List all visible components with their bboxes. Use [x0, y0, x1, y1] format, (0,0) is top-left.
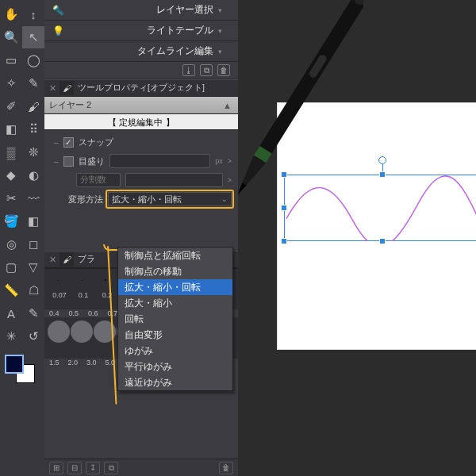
- tool-deco[interactable]: ❊: [22, 141, 44, 163]
- tool-move[interactable]: ↕: [22, 3, 44, 25]
- tool-wand[interactable]: ✧: [0, 72, 22, 94]
- tool-mix[interactable]: ◐: [22, 164, 44, 186]
- transform-method-label: 変形方法: [54, 194, 103, 205]
- tool-text[interactable]: A: [0, 302, 22, 324]
- snap-label: スナップ: [79, 136, 113, 148]
- tool-hand[interactable]: ✋: [0, 3, 22, 25]
- brush-preset[interactable]: [48, 321, 70, 343]
- close-icon[interactable]: ✕: [49, 83, 56, 93]
- tool-grad[interactable]: ◧: [22, 210, 44, 232]
- canvas-area[interactable]: [238, 0, 476, 476]
- transform-option[interactable]: 遠近ゆがみ: [118, 374, 232, 390]
- tool-frame[interactable]: ▢: [0, 256, 22, 278]
- tool-brush[interactable]: 🖌: [22, 95, 44, 117]
- ruler-mode-label: 【 定規編集中 】: [44, 114, 238, 130]
- rotation-handle[interactable]: [378, 156, 386, 164]
- tool-shape[interactable]: ◻: [22, 233, 44, 255]
- transform-option[interactable]: 拡大・縮小: [118, 295, 232, 311]
- tool-knife[interactable]: ✂: [0, 187, 22, 209]
- footer-btn[interactable]: ⊟: [67, 462, 82, 474]
- tool-blend[interactable]: ▒: [0, 141, 22, 163]
- tool-contour[interactable]: ◎: [0, 233, 22, 255]
- trash-icon[interactable]: 🗑: [217, 64, 230, 76]
- tool-marquee[interactable]: ▭: [0, 49, 22, 71]
- snap-checkbox[interactable]: ✓: [63, 137, 74, 148]
- trash-icon[interactable]: 🗑: [219, 462, 233, 474]
- color-swatches[interactable]: [0, 355, 44, 386]
- tool-air[interactable]: ⠿: [22, 118, 44, 140]
- scale-value-field[interactable]: [109, 154, 210, 168]
- footer-btn[interactable]: ⧉: [104, 462, 118, 474]
- tool-pencil[interactable]: ✐: [0, 95, 22, 117]
- layer-indicator: レイヤー 2 ▲: [44, 97, 238, 114]
- transform-option[interactable]: 制御点の移動: [118, 263, 232, 279]
- menu-timeline-edit[interactable]: タイムライン編集▾: [44, 41, 238, 62]
- brush-preset[interactable]: [71, 321, 93, 343]
- tool-pen[interactable]: ✎: [22, 72, 44, 94]
- panel-footer: ⊞ ⊟ ↧ ⧉ 🗑: [44, 459, 238, 476]
- tool-highlight[interactable]: ◧: [0, 118, 22, 140]
- close-icon[interactable]: ✕: [49, 255, 56, 264]
- scale-checkbox[interactable]: [63, 156, 74, 167]
- toolbox: ✋↕ 🔍↖ ▭◯ ✧✎ ✐🖌 ◧⠿ ▒❊ ◆◐ ✂〰 🪣◧ ◎◻ ▢▽ 📏☖ A…: [0, 0, 44, 476]
- menu-layer-select[interactable]: 🔦レイヤー選択▾: [44, 0, 238, 21]
- tool-fill[interactable]: 🪣: [0, 210, 22, 232]
- tool-cut[interactable]: ▽: [22, 256, 44, 278]
- transform-method-options: 制御点と拡縮回転 制御点の移動 拡大・縮小・回転 拡大・縮小 回転 自由変形 ゆ…: [117, 247, 233, 391]
- division-field[interactable]: 分割数: [76, 173, 121, 187]
- transform-option[interactable]: 制御点と拡縮回転: [118, 248, 232, 263]
- brush-icon: 🖌: [60, 252, 74, 267]
- transform-option[interactable]: 平行ゆがみ: [118, 359, 232, 374]
- tool-ruler[interactable]: 📏: [0, 279, 22, 301]
- scale-label: 目盛り: [79, 155, 105, 167]
- footer-btn[interactable]: ↧: [86, 462, 100, 474]
- menu-light-table[interactable]: 💡ライトテーブル▾: [44, 21, 238, 41]
- footer-btn[interactable]: ⊞: [49, 462, 63, 474]
- brush-icon: 🖌: [60, 81, 74, 95]
- selection-bounding-box[interactable]: [284, 175, 476, 241]
- tool-eraser[interactable]: ◆: [0, 164, 22, 186]
- transform-option[interactable]: 自由変形: [118, 327, 232, 343]
- division-value[interactable]: [125, 173, 223, 187]
- tool-zoom[interactable]: 🔍: [0, 26, 22, 48]
- chevron-down-icon: ⌄: [221, 195, 228, 203]
- panel-column: 🔦レイヤー選択▾ 💡ライトテーブル▾ タイムライン編集▾ ⭳ ⧉ 🗑 ✕ 🖌 ツ…: [44, 0, 238, 476]
- tool-liquify[interactable]: 〰: [22, 187, 44, 209]
- drawn-curve: [285, 175, 476, 241]
- duplicate-icon[interactable]: ⧉: [200, 64, 213, 76]
- tool-balloon[interactable]: ☖: [22, 279, 44, 301]
- tool-dropper[interactable]: ✎: [22, 302, 44, 324]
- tool-effect[interactable]: ✳: [0, 325, 22, 347]
- transform-option[interactable]: 回転: [118, 311, 232, 327]
- tool-object[interactable]: ↖: [22, 26, 44, 48]
- download-icon[interactable]: ⭳: [182, 64, 195, 76]
- tool-property-header: ✕ 🖌 ツールプロパティ[オブジェクト]: [44, 79, 238, 97]
- tool-lasso[interactable]: ◯: [22, 49, 44, 71]
- transform-option[interactable]: 拡大・縮小・回転: [118, 279, 232, 295]
- tool-correct[interactable]: ↺: [22, 325, 44, 347]
- foreground-color[interactable]: [5, 355, 24, 374]
- transform-option[interactable]: ゆがみ: [118, 343, 232, 359]
- panel-actions: ⭳ ⧉ 🗑: [44, 62, 238, 79]
- transform-method-dropdown[interactable]: 拡大・縮小・回転 ⌄: [108, 192, 232, 206]
